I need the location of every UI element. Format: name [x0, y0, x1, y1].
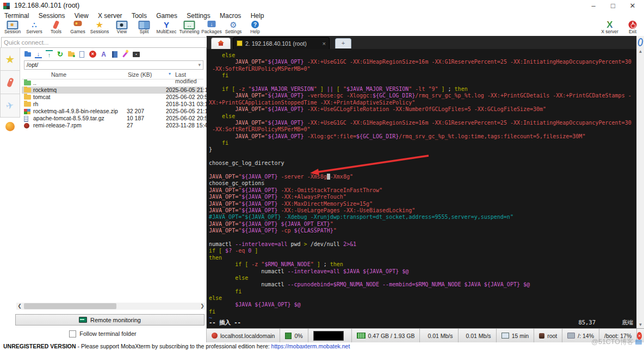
- menu-games[interactable]: Games: [156, 12, 177, 20]
- view-icon: [116, 21, 128, 29]
- remote-monitoring-button[interactable]: Remote monitoring: [15, 314, 205, 326]
- scroll-up-icon[interactable]: ▲: [637, 49, 644, 54]
- menu-xserver[interactable]: X server: [98, 12, 122, 20]
- toolbar-settings[interactable]: Settings: [222, 20, 245, 36]
- home-tab[interactable]: [211, 38, 231, 49]
- toolbar-exit[interactable]: Exit: [621, 20, 644, 36]
- sidebar-tab-macros[interactable]: ✈: [0, 94, 20, 118]
- minimize-button[interactable]: –: [584, 0, 603, 12]
- paperclip-icon[interactable]: [637, 38, 643, 46]
- terminal-area[interactable]: else JAVA_OPT="${JAVA_OPT} -XX:+UseG1GC …: [207, 49, 636, 328]
- quick-connect-input[interactable]: [1, 37, 209, 48]
- refresh-icon[interactable]: ↻: [57, 51, 64, 58]
- file-row[interactable]: tomcat2025-06-02 20:54: [22, 94, 203, 101]
- toolbar-multiexec[interactable]: MultiExec: [155, 20, 178, 36]
- menu-tools[interactable]: Tools: [132, 12, 147, 20]
- folder-up-icon: [24, 81, 31, 85]
- terminal-line: numactl --cpunodebind=$RMQ_NUMA_NODE --m…: [209, 281, 636, 288]
- menu-sessions[interactable]: Sessions: [39, 12, 65, 20]
- scroll-right-icon[interactable]: ❯: [199, 303, 206, 310]
- file-row[interactable]: rocketmq2025-06-05 21:16: [22, 87, 203, 94]
- toolbar-xserver[interactable]: X server: [598, 20, 621, 36]
- active-session-tab[interactable]: 2. 192.168.40.101 (root) ×: [233, 37, 330, 49]
- terminal-screen[interactable]: else JAVA_OPT="${JAVA_OPT} -XX:+UseG1GC …: [209, 52, 636, 322]
- mobatek-link[interactable]: https://mobaxterm.mobatek.net: [271, 343, 350, 349]
- book-icon[interactable]: [111, 51, 118, 58]
- status-graph: [308, 329, 352, 342]
- terminal-line: }: [209, 146, 636, 153]
- terminal-line: [209, 153, 636, 160]
- sort-icon[interactable]: ▾: [169, 71, 171, 76]
- toolbar-session[interactable]: Session: [1, 20, 24, 36]
- menu-help[interactable]: Help: [251, 12, 264, 20]
- column-name[interactable]: Name: [51, 71, 66, 78]
- terminal-icon[interactable]: ▪: [133, 51, 140, 58]
- toolbar-games[interactable]: Games: [66, 20, 89, 36]
- menu-settings[interactable]: Settings: [187, 12, 210, 20]
- new-folder-icon[interactable]: [67, 51, 75, 58]
- toolbar-split[interactable]: Split: [133, 20, 156, 36]
- scroll-left-icon[interactable]: ❮: [16, 303, 23, 310]
- sidebar-tab-sessions[interactable]: ★: [0, 47, 20, 71]
- maximize-button[interactable]: □: [604, 0, 622, 12]
- paper-plane-icon: ✈: [5, 99, 15, 112]
- tab-close-icon[interactable]: ×: [323, 40, 326, 47]
- menu-macros[interactable]: Macros: [220, 12, 241, 20]
- disk-icon: [567, 333, 575, 339]
- scroll-down-icon[interactable]: ▼: [637, 322, 644, 327]
- file-row[interactable]: apache-tomcat-8.5.59.tar.gz10 1872025-06…: [22, 115, 203, 122]
- toolbar-view[interactable]: View: [110, 20, 133, 36]
- toolbar-servers[interactable]: Servers: [23, 20, 46, 36]
- download-icon[interactable]: ↓: [35, 50, 42, 58]
- sidebar-panel: ★ ✈ ↓ ↑ ↻ × A ▪ /opt/▾ Name Size (KB) ▾ …: [0, 36, 207, 342]
- status-bar: localhost.localdomain0%0.47 GB / 1.93 GB…: [207, 328, 644, 342]
- terminal-line: JAVA_OPT="${JAVA_OPT} -verbose:gc -Xlogg…: [209, 93, 636, 99]
- session-tab-label: 2. 192.168.40.101 (root): [245, 40, 320, 47]
- chevron-down-icon[interactable]: ▾: [198, 61, 201, 69]
- multiexec-icon: [161, 21, 172, 29]
- toolbar-sessions[interactable]: Sessions: [88, 20, 111, 36]
- file-row[interactable]: ..: [22, 79, 203, 87]
- close-button[interactable]: ✕: [623, 0, 642, 12]
- sidebar-tab-tools[interactable]: [0, 71, 20, 94]
- file-row[interactable]: rh2018-10-31 03:17: [22, 101, 203, 108]
- file-list: ..rocketmq2025-06-05 21:16tomcat2025-06-…: [22, 79, 203, 129]
- terminal-line: fi: [209, 309, 636, 315]
- path-input[interactable]: /opt/▾: [24, 60, 203, 70]
- folder-icon: [24, 102, 31, 107]
- terminal-line: fi: [209, 288, 636, 295]
- upload-icon[interactable]: ↑: [46, 50, 53, 58]
- terminal-line: choose_gc_log_directory: [209, 160, 636, 167]
- tools-knife-icon: [53, 20, 59, 29]
- follow-terminal-checkbox[interactable]: [69, 330, 76, 337]
- scroll-thumb[interactable]: [24, 303, 116, 309]
- toolbar-tools[interactable]: Tools: [45, 20, 67, 36]
- terminal-line: fi: [209, 140, 636, 146]
- new-file-icon[interactable]: [78, 51, 85, 58]
- split-icon: [139, 21, 150, 29]
- terminal-line: JAVA_OPT="${JAVA_OPT} -XX:-UseLargePages…: [209, 207, 636, 214]
- sftp-ball-icon[interactable]: [5, 122, 15, 131]
- terminal-line: JAVA_OPT="${JAVA_OPT} -XX:MaxDirectMemor…: [209, 201, 636, 207]
- user-icon: [539, 333, 544, 339]
- delete-icon[interactable]: ×: [89, 51, 96, 58]
- terminal-line: #JAVA_OPT="${JAVA_OPT} -Xdebug -Xrunjdwp…: [209, 214, 636, 220]
- menu-view[interactable]: View: [75, 12, 89, 20]
- file-row[interactable]: rocketmq-all-4.9.8-bin-release.zip32 207…: [22, 108, 203, 115]
- menu-terminal[interactable]: Terminal: [4, 12, 29, 20]
- wand-icon[interactable]: [122, 51, 129, 58]
- status-server: localhost.localdomain: [207, 329, 280, 342]
- file-row[interactable]: remi-release-7.rpm272023-11-28 15:40: [22, 122, 203, 129]
- column-size[interactable]: Size (KB): [128, 71, 152, 78]
- toolbar-tunneling[interactable]: Tunneling: [178, 20, 201, 36]
- terminal-line: JAVA_OPT="${JAVA_OPT} -XX:-OmitStackTrac…: [209, 187, 636, 194]
- archive-icon: [24, 116, 28, 122]
- toolbar-packages[interactable]: Packages: [200, 20, 223, 36]
- horizontal-scrollbar[interactable]: ❮ ❯: [16, 303, 206, 310]
- folder-up-icon[interactable]: [24, 51, 31, 58]
- rename-icon[interactable]: A: [100, 51, 107, 58]
- new-tab-button[interactable]: +: [335, 38, 351, 48]
- toolbar-help[interactable]: Help: [244, 20, 267, 36]
- terminal-scrollbar[interactable]: ▲ ▼: [636, 36, 644, 328]
- terminal-line: then: [209, 255, 636, 261]
